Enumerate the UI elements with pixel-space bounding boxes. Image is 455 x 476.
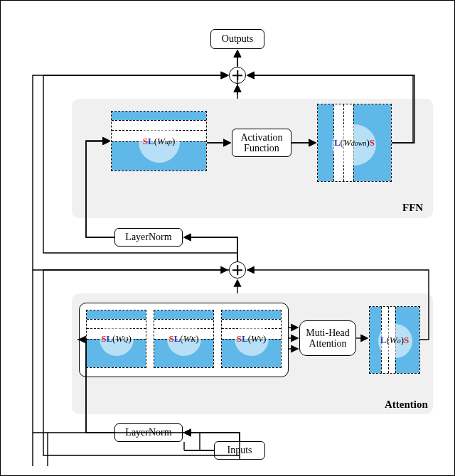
inputs-box: Inputs <box>214 441 265 460</box>
activation-function-box: Activation Function <box>232 129 291 157</box>
residual-add-attn <box>229 261 246 278</box>
w-up-matrix: SL(Wup) <box>111 111 207 171</box>
residual-add-ffn <box>229 67 246 84</box>
w-q-label: SL(WQ) <box>101 333 132 345</box>
multihead-attention-box: Muti-Head Attention <box>299 320 356 356</box>
mha-text: Muti-Head Attention <box>306 328 349 350</box>
ffn-label: FFN <box>402 202 423 214</box>
w-v-matrix: SL(WV) <box>221 310 282 368</box>
w-down-matrix: L(Wdown)S <box>317 104 392 182</box>
w-down-label: L(Wdown)S <box>334 137 375 148</box>
w-k-label: SL(WK) <box>168 333 198 345</box>
layernorm-attn: LayerNorm <box>114 423 183 442</box>
w-v-label: SL(WV) <box>237 333 267 345</box>
w-o-matrix: L(Wo)S <box>369 306 420 374</box>
w-q-matrix: SL(WQ) <box>86 310 146 368</box>
layernorm-ffn: LayerNorm <box>114 228 183 247</box>
attention-label: Attention <box>385 399 428 411</box>
outputs-box: Outputs <box>210 29 264 49</box>
activation-text: Activation Function <box>240 132 282 154</box>
w-up-label: SL(Wup) <box>143 136 175 147</box>
diagram-canvas: FFN Attention Outputs SL(Wup) Activation… <box>0 0 455 476</box>
layernorm-ffn-text: LayerNorm <box>125 232 171 242</box>
w-o-label: L(Wo)S <box>380 335 409 346</box>
w-k-matrix: SL(WK) <box>154 310 214 368</box>
layernorm-attn-text: LayerNorm <box>125 427 171 438</box>
outputs-text: Outputs <box>222 33 253 44</box>
inputs-text: Inputs <box>228 445 252 455</box>
